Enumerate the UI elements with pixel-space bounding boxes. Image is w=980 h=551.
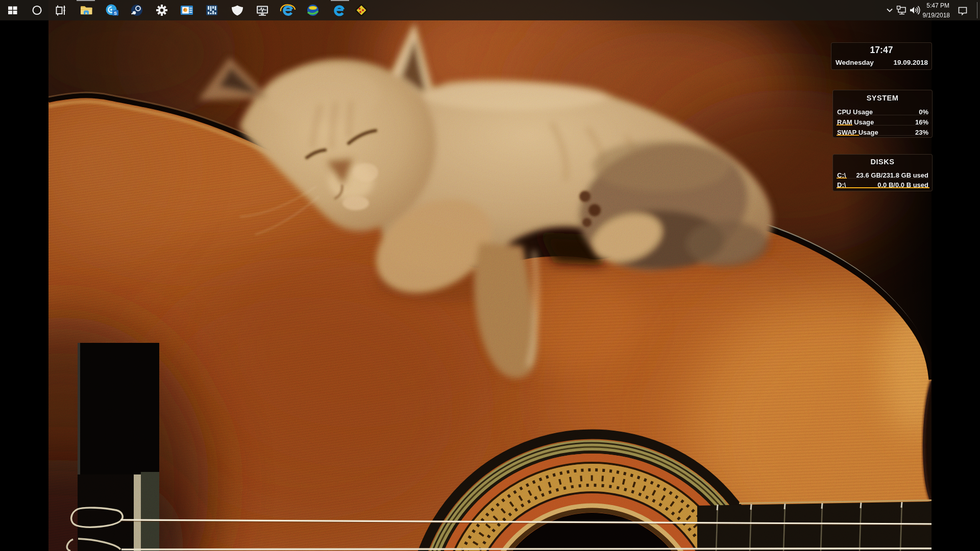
svg-text:S: S xyxy=(114,11,117,16)
svg-text:5:47 PM: 5:47 PM xyxy=(926,2,949,9)
svg-text:9/19/2018: 9/19/2018 xyxy=(923,12,950,19)
